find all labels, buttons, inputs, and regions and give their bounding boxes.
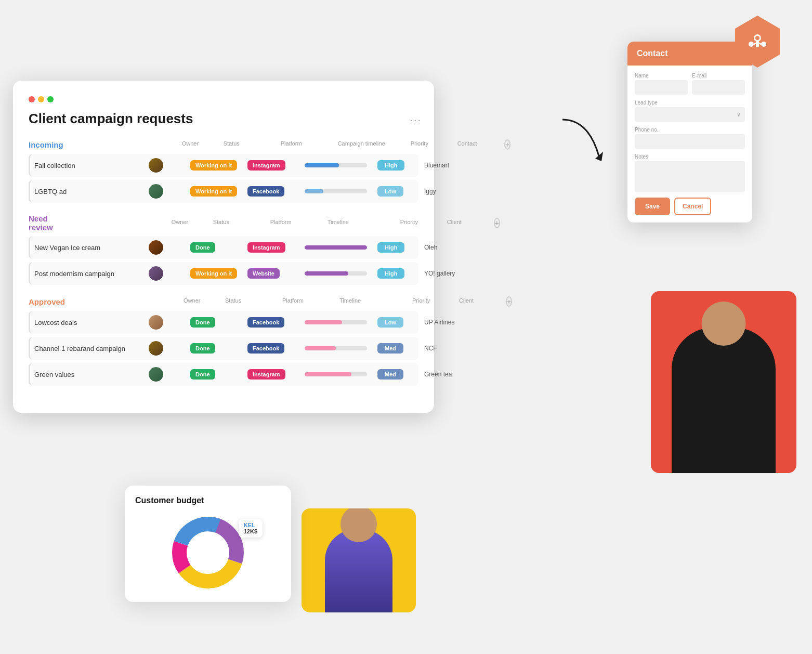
avatar [149, 341, 163, 356]
email-label: E-mail [692, 73, 745, 79]
close-dot[interactable] [29, 96, 35, 102]
section-title-need-review: Need review [29, 214, 53, 232]
donut-svg [169, 514, 247, 592]
svg-marker-7 [595, 152, 603, 161]
row-name: New Vegan Ice cream [34, 244, 149, 252]
menu-dots-button[interactable]: ··· [410, 114, 422, 126]
svg-rect-2 [756, 41, 759, 47]
svg-point-1 [755, 36, 759, 40]
save-button[interactable]: Save [635, 198, 670, 215]
priority-badge: High [377, 242, 404, 253]
contact-text: YO! gallery [424, 270, 471, 277]
contact-text: Iggy [424, 188, 471, 195]
col-client: Client [447, 219, 494, 225]
col-status: Status [224, 140, 281, 147]
progress-bar [305, 189, 367, 193]
table-row: Green values Done Instagram Med Green te… [29, 363, 418, 386]
minimize-dot[interactable] [38, 96, 44, 102]
email-field-group: E-mail [692, 73, 745, 95]
page-title: Client campaign requests [29, 111, 418, 127]
budget-title: Customer budget [135, 496, 281, 505]
campaign-window: Client campaign requests ··· Incoming Ow… [13, 81, 434, 413]
priority-badge: Low [377, 186, 403, 197]
progress-bar [305, 372, 367, 376]
lead-type-select[interactable]: ∨ [635, 107, 745, 122]
name-label: Name [635, 73, 688, 79]
row-name: Green values [34, 371, 149, 378]
col-contact: Contact [457, 140, 504, 147]
section-need-review: Need review Owner Status Platform Timeli… [29, 214, 418, 285]
name-field-group: Name [635, 73, 688, 95]
platform-badge: Instagram [247, 160, 285, 171]
platform-badge: Facebook [247, 317, 284, 328]
svg-point-12 [188, 533, 228, 572]
contact-text: Oleh [424, 244, 471, 251]
table-row: Channel 1 rebarand campaign Done Faceboo… [29, 337, 418, 360]
col-timeline: Campaign timeline [338, 140, 411, 147]
col-priority: Priority [400, 219, 447, 225]
col-priority: Priority [412, 297, 459, 304]
platform-badge: Facebook [247, 343, 284, 354]
arrow [557, 114, 620, 168]
window-controls [29, 96, 418, 102]
tooltip-value: 12K$ [244, 528, 257, 534]
donut-chart: KEL 12K$ [169, 514, 247, 592]
status-badge: Working on it [190, 186, 237, 197]
row-name: LGBTQ ad [34, 188, 149, 195]
svg-point-4 [749, 42, 754, 47]
avatar [149, 240, 163, 255]
table-row: Post modernism campaign Working on it We… [29, 262, 418, 285]
budget-widget: Customer budget KEL 12K$ [125, 486, 291, 602]
svg-point-3 [761, 42, 766, 47]
table-row: LGBTQ ad Working on it Facebook Low Iggy [29, 180, 418, 203]
col-status: Status [213, 219, 270, 225]
row-name: Fall collection [34, 162, 149, 169]
platform-badge: Facebook [247, 186, 284, 197]
contact-text: NCF [424, 345, 471, 352]
platform-badge: Website [247, 268, 280, 279]
hubspot-logo [731, 16, 783, 68]
contact-text: Green tea [424, 371, 471, 378]
section-title-approved: Approved [29, 297, 65, 306]
add-review-button[interactable]: + [494, 218, 500, 228]
table-row: New Vegan Ice cream Done Instagram High … [29, 236, 418, 259]
avatar [149, 184, 163, 199]
priority-badge: High [377, 268, 404, 279]
status-badge: Done [190, 242, 215, 253]
cancel-button[interactable]: Cancel [674, 198, 711, 215]
progress-bar [305, 346, 367, 350]
svg-line-6 [754, 43, 756, 44]
email-input[interactable] [692, 80, 745, 95]
avatar [149, 367, 163, 382]
fullscreen-dot[interactable] [47, 96, 54, 102]
svg-line-5 [759, 43, 761, 44]
contact-text: Bluemart [424, 162, 471, 169]
priority-badge: High [377, 160, 404, 171]
name-input[interactable] [635, 80, 688, 95]
person-female-silhouette [651, 291, 796, 473]
table-row: Lowcost deals Done Facebook Low UP Airli… [29, 311, 418, 334]
progress-bar [305, 320, 367, 324]
add-incoming-button[interactable]: + [504, 139, 510, 150]
notes-textarea[interactable] [635, 161, 745, 192]
col-status: Status [225, 297, 282, 304]
section-approved: Approved Owner Status Platform Timeline … [29, 296, 418, 386]
col-owner: Owner [184, 297, 225, 304]
person-male-silhouette [302, 508, 416, 612]
contact-form-body: Name E-mail Lead type ∨ Phone no. Notes … [627, 66, 752, 223]
contact-form-title: Contact [637, 49, 668, 58]
priority-badge: Med [377, 369, 403, 380]
add-approved-button[interactable]: + [506, 296, 512, 307]
phone-label: Phone no. [635, 127, 745, 133]
row-name: Post modernism campaign [34, 270, 149, 278]
priority-badge: Low [377, 317, 403, 328]
avatar [149, 158, 163, 173]
col-platform: Platform [281, 140, 338, 147]
notes-label: Notes [635, 154, 745, 160]
status-badge: Done [190, 343, 215, 354]
chevron-down-icon: ∨ [737, 111, 741, 118]
phone-input[interactable] [635, 134, 745, 149]
section-title-incoming: Incoming [29, 140, 63, 149]
row-name: Lowcost deals [34, 319, 149, 326]
contact-text: UP Airlines [424, 319, 471, 326]
